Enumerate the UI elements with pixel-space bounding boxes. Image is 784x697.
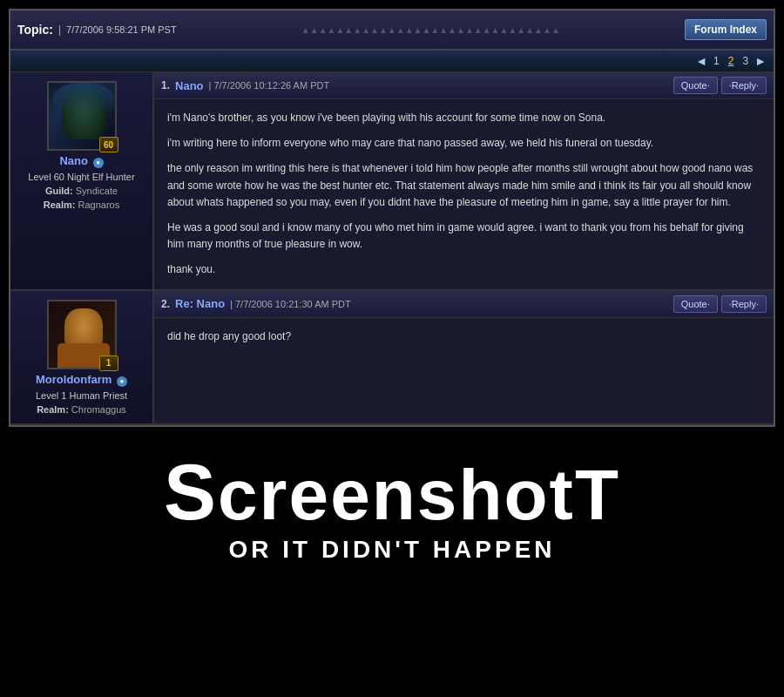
screenshot-title-t: T	[575, 455, 620, 534]
post-body-1: i'm Nano's brother, as you know i've bee…	[154, 99, 774, 289]
post-body-2: did he drop any good loot?	[154, 318, 774, 388]
screenshot-section: ScreenshotT or it didn't happen	[0, 427, 784, 581]
user-sidebar-nano: 60 Nano ● Level 60 Night Elf Hunter Guil…	[10, 72, 154, 289]
page-2[interactable]: 2	[726, 54, 737, 68]
post-header-2: 2. Re: Nano | 7/7/2006 10:21:30 AM PDT Q…	[154, 291, 774, 318]
user-icon-morold: ●	[117, 376, 127, 387]
quote-button-2[interactable]: Quote·	[673, 295, 718, 313]
post-content-2: 2. Re: Nano | 7/7/2006 10:21:30 AM PDT Q…	[154, 291, 774, 423]
page-1[interactable]: 1	[711, 54, 722, 68]
post-date-1: | 7/7/2006 10:12:26 AM PDT	[209, 80, 330, 91]
pagination-row: ◄ 1 2 3 ►	[10, 51, 774, 72]
user-sidebar-morold: 1 Moroldonfarm ● Level 1 Human Priest Re…	[10, 291, 154, 423]
post-author-2: Re: Nano	[175, 297, 225, 310]
user-icon-nano: ●	[93, 158, 104, 168]
level-badge-nano: 60	[99, 137, 118, 152]
topic-left: Topic: | 7/7/2006 9:58:21 PM PST	[17, 23, 177, 37]
username-morold: Moroldonfarm ●	[36, 373, 127, 387]
topic-date: 7/7/2006 9:58:21 PM PST	[66, 24, 177, 35]
forum-index-button[interactable]: Forum Index	[685, 19, 767, 40]
post-para-1-1: i'm Nano's brother, as you know i've bee…	[167, 110, 760, 126]
forum-container: Topic: | 7/7/2006 9:58:21 PM PST ▲▲▲▲▲▲▲…	[9, 9, 775, 427]
avatar-nano: 60	[47, 81, 117, 151]
post-number-2: 2.	[161, 298, 170, 310]
topic-label: Topic:	[17, 23, 53, 37]
guild-nano: Guild: Syndicate	[45, 186, 118, 196]
post-header-left-1: 1. Nano | 7/7/2006 10:12:26 AM PDT	[161, 79, 329, 92]
posts-area: 60 Nano ● Level 60 Night Elf Hunter Guil…	[10, 72, 774, 425]
level-badge-morold: 1	[99, 355, 118, 371]
quote-button-1[interactable]: Quote·	[673, 77, 718, 94]
post-para-1-4: He was a good soul and i know many of yo…	[167, 220, 760, 253]
post-row: 60 Nano ● Level 60 Night Elf Hunter Guil…	[10, 72, 774, 291]
post-para-1-3: the only reason im writing this here is …	[167, 160, 760, 211]
screenshot-subtitle: or it didn't happen	[228, 536, 555, 564]
post-date-2: | 7/7/2006 10:21:30 AM PDT	[230, 299, 351, 309]
post-para-1-2: i'm writing here to inform everyone who …	[167, 135, 760, 152]
post-actions-1: Quote· ·Reply·	[673, 77, 767, 94]
avatar-morold: 1	[47, 300, 117, 369]
next-page-arrow[interactable]: ►	[754, 54, 767, 68]
prev-page-arrow[interactable]: ◄	[695, 54, 707, 68]
reply-button-1[interactable]: ·Reply·	[721, 77, 767, 94]
post-number-1: 1.	[161, 79, 170, 91]
topic-bar: Topic: | 7/7/2006 9:58:21 PM PST ▲▲▲▲▲▲▲…	[10, 10, 774, 51]
post-para-1-5: thank you.	[167, 261, 760, 278]
topic-sep: |	[58, 24, 61, 36]
username-nano: Nano ●	[59, 154, 103, 168]
user-class-nano: Level 60 Night Elf Hunter	[28, 172, 134, 182]
post-header-1: 1. Nano | 7/7/2006 10:12:26 AM PDT Quote…	[154, 72, 774, 99]
post-para-2-1: did he drop any good loot?	[167, 328, 760, 345]
post-content-1: 1. Nano | 7/7/2006 10:12:26 AM PDT Quote…	[154, 72, 774, 289]
post-author-1: Nano	[175, 79, 204, 92]
post-header-left-2: 2. Re: Nano | 7/7/2006 10:21:30 AM PDT	[161, 297, 351, 310]
post-row-2: 1 Moroldonfarm ● Level 1 Human Priest Re…	[10, 291, 774, 425]
post-actions-2: Quote· ·Reply·	[673, 295, 767, 313]
realm-morold: Realm: Chromaggus	[37, 404, 126, 415]
screenshot-title: ScreenshotT	[164, 453, 620, 531]
screenshot-title-s: S	[164, 449, 218, 536]
reply-button-2[interactable]: ·Reply·	[721, 295, 767, 313]
user-class-morold: Level 1 Human Priest	[36, 390, 127, 401]
page-3[interactable]: 3	[740, 54, 751, 68]
realm-nano: Realm: Ragnaros	[44, 200, 119, 210]
